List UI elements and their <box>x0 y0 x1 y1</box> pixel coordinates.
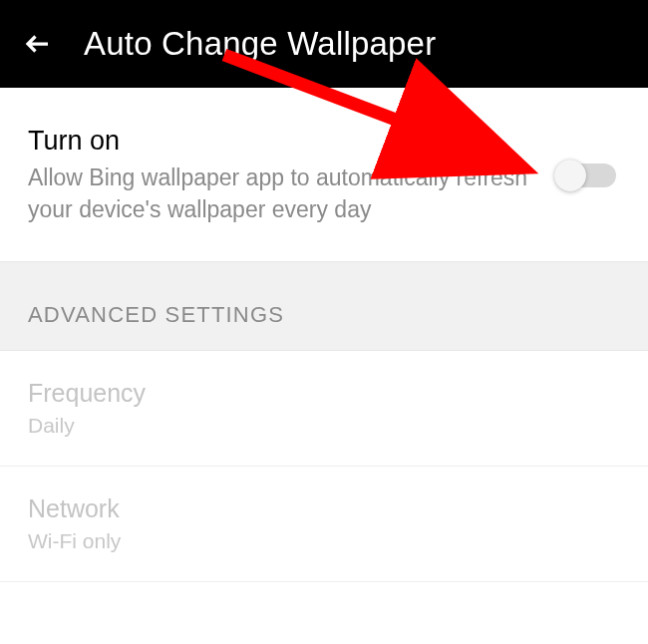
back-arrow-icon[interactable] <box>20 26 56 62</box>
network-label: Network <box>28 494 620 523</box>
network-value: Wi-Fi only <box>28 529 620 553</box>
toggle-thumb <box>554 160 586 191</box>
advanced-settings-header: ADVANCED SETTINGS <box>0 261 648 351</box>
turn-on-toggle[interactable] <box>558 163 616 187</box>
app-header: Auto Change Wallpaper <box>0 0 648 88</box>
turn-on-description: Allow Bing wallpaper app to automaticall… <box>28 162 538 225</box>
network-row[interactable]: Network Wi-Fi only <box>0 467 648 582</box>
turn-on-label: Turn on <box>28 126 538 157</box>
page-title: Auto Change Wallpaper <box>84 25 436 63</box>
advanced-settings-label: ADVANCED SETTINGS <box>28 302 620 328</box>
turn-on-row[interactable]: Turn on Allow Bing wallpaper app to auto… <box>0 88 648 261</box>
frequency-label: Frequency <box>28 379 620 408</box>
turn-on-text: Turn on Allow Bing wallpaper app to auto… <box>28 126 538 225</box>
content-area: Turn on Allow Bing wallpaper app to auto… <box>0 88 648 582</box>
frequency-row[interactable]: Frequency Daily <box>0 351 648 467</box>
frequency-value: Daily <box>28 414 620 438</box>
